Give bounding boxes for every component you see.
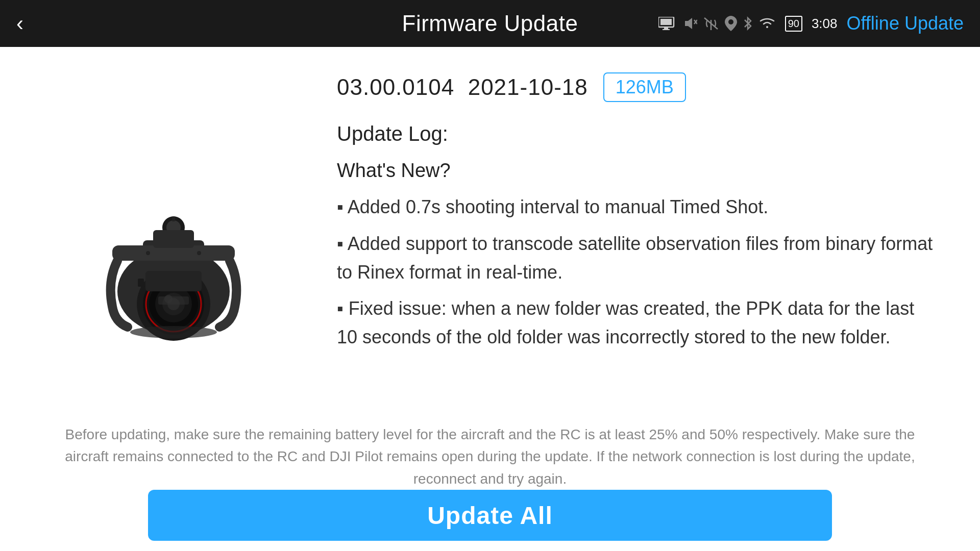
svg-rect-3	[663, 29, 670, 30]
svg-point-27	[130, 326, 217, 338]
offline-update-button[interactable]: Offline Update	[847, 13, 964, 34]
svg-rect-28	[145, 271, 202, 291]
warning-section: Before updating, make sure the remaining…	[0, 423, 980, 490]
whats-new-label: What's New?	[337, 160, 939, 182]
page-title: Firmware Update	[402, 11, 578, 36]
bluetooth-icon	[742, 16, 753, 31]
svg-point-7	[728, 19, 733, 24]
battery-level: 90	[785, 16, 802, 32]
battery-indicator: 90	[785, 16, 802, 32]
svg-point-26	[197, 251, 201, 255]
wifi-icon	[758, 17, 776, 30]
warning-text: Before updating, make sure the remaining…	[61, 423, 919, 490]
main-content: 03.00.0104 2021-10-18 126MB Update Log: …	[0, 47, 980, 449]
camera-image	[66, 148, 281, 363]
change-list: Added 0.7s shooting interval to manual T…	[337, 193, 939, 352]
svg-rect-1	[660, 19, 672, 25]
update-all-section: Update All	[148, 490, 832, 541]
screen-icon	[658, 17, 676, 30]
camera-section	[41, 72, 306, 439]
firmware-version: 03.00.0104 2021-10-18	[337, 74, 588, 100]
antenna-icon	[702, 16, 720, 31]
svg-rect-24	[153, 230, 194, 248]
change-item-3: Fixed issue: when a new folder was creat…	[337, 294, 939, 352]
change-item-2: Added support to transcode satellite obs…	[337, 230, 939, 287]
svg-rect-22	[158, 296, 189, 305]
location-icon	[725, 16, 737, 31]
header-right: 90 3:08 Offline Update	[658, 13, 964, 34]
update-all-button[interactable]: Update All	[148, 490, 832, 541]
svg-rect-29	[138, 279, 144, 287]
svg-rect-2	[664, 27, 668, 29]
header: ‹ Firmware Update	[0, 0, 980, 47]
status-icons	[658, 16, 776, 31]
camera-illustration	[66, 148, 281, 363]
firmware-size-badge: 126MB	[603, 72, 686, 102]
info-section: 03.00.0104 2021-10-18 126MB Update Log: …	[306, 72, 939, 439]
svg-point-25	[146, 251, 150, 255]
back-button[interactable]: ‹	[16, 13, 23, 34]
mute-icon	[681, 16, 697, 31]
svg-rect-20	[172, 216, 175, 221]
change-item-1: Added 0.7s shooting interval to manual T…	[337, 193, 939, 221]
update-log-label: Update Log:	[337, 122, 939, 145]
version-row: 03.00.0104 2021-10-18 126MB	[337, 72, 939, 102]
time-display: 3:08	[812, 16, 838, 32]
